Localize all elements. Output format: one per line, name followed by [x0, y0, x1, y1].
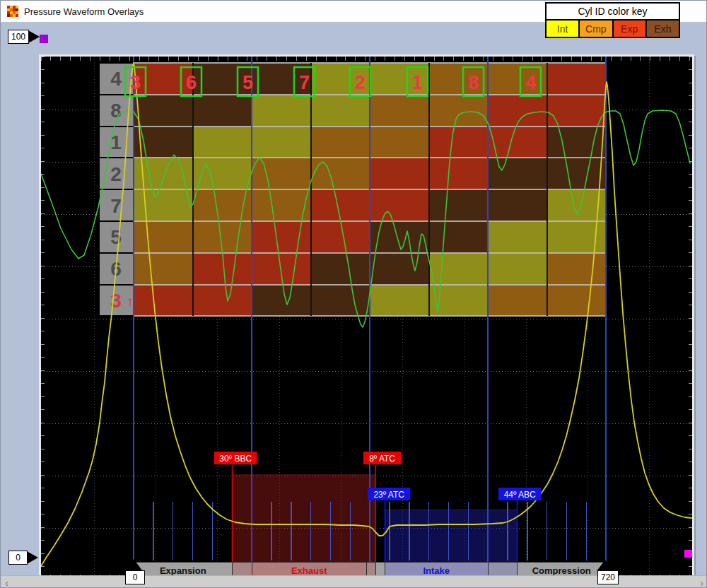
phase-cell-exp — [134, 285, 193, 317]
phase-cell-exh — [429, 221, 489, 253]
phase-cell-int — [488, 253, 547, 285]
trace-start-handle[interactable] — [40, 35, 48, 43]
y-axis-min-marker[interactable] — [27, 551, 38, 564]
phase-bar-label: Intake — [423, 565, 450, 576]
phase-cell-cmp — [252, 158, 311, 189]
phase-cell-cmp — [429, 95, 489, 127]
phase-cell-exh — [488, 189, 547, 221]
phase-cell-exh — [252, 285, 311, 317]
window-title: Pressure Waveform Overlays — [24, 6, 144, 17]
scroll-left-icon[interactable]: ‹ — [1, 576, 13, 588]
phase-cell-int — [370, 285, 429, 317]
phase-cell-exh — [311, 285, 370, 317]
workspace: 48127563↑ExpansionExhaustIntakeCompressi… — [1, 22, 707, 575]
phase-cell-exh — [547, 158, 607, 189]
phase-cell-int — [488, 221, 547, 253]
phase-cell-exh — [370, 253, 429, 285]
color-key-title: Cyl ID color key — [547, 4, 679, 19]
phase-cell-cmp — [370, 127, 429, 158]
phase-cell-exp — [429, 127, 489, 158]
firing-order-number: 1 — [412, 72, 423, 93]
trace-end-handle[interactable] — [684, 550, 692, 558]
phase-cell-exh — [429, 189, 489, 221]
x-axis-720-marker[interactable] — [597, 560, 614, 571]
valve-event-label: 44º ABC — [504, 490, 536, 500]
phase-cell-cmp — [134, 221, 193, 253]
phase-cell-exh — [547, 127, 607, 158]
valve-open-regions — [233, 474, 518, 562]
color-key-cells: IntCmpExpExh — [547, 19, 679, 37]
valve-event-label: 23º ATC — [373, 490, 404, 500]
phase-cell-cmp — [252, 189, 311, 221]
phase-cell-cmp — [547, 285, 607, 317]
phase-cell-exp — [547, 95, 607, 127]
cyl-id-color-key: Cyl ID color key IntCmpExpExh — [545, 2, 680, 38]
phase-bar-label: Compression — [532, 565, 591, 576]
phase-cell-exp — [311, 221, 370, 253]
phase-cell-exp — [547, 63, 607, 95]
phase-bar-label: Exhaust — [291, 565, 327, 576]
cyl-row-label: 4 — [110, 68, 122, 90]
scroll-right-icon[interactable]: › — [696, 576, 707, 588]
app-icon — [7, 6, 18, 17]
phase-cell-int — [134, 189, 193, 221]
phase-cell-cmp — [311, 158, 370, 189]
firing-order-number: 3 — [130, 72, 141, 93]
phase-cell-int — [193, 127, 252, 158]
phase-cell-exh — [134, 127, 193, 158]
valve-event-label: 8º ATC — [369, 454, 395, 464]
valve-event-label: 30º BBC — [219, 454, 252, 464]
phase-cell-exp — [252, 253, 311, 285]
phase-cell-cmp — [547, 253, 607, 285]
phase-cell-int — [252, 127, 311, 158]
phase-cell-cmp — [134, 253, 193, 285]
trigger-arrow-icon: ↑ — [127, 293, 134, 309]
cylinder-phase-heatmap: 48127563↑ — [100, 63, 606, 316]
phase-cell-int — [429, 253, 489, 285]
y-axis-max-label: 100 — [8, 30, 29, 44]
pressure-chart-canvas[interactable]: 48127563↑ExpansionExhaustIntakeCompressi… — [41, 57, 692, 579]
y-axis-max-marker[interactable] — [28, 30, 40, 43]
phase-cell-cmp — [311, 127, 370, 158]
phase-cell-exh — [488, 158, 547, 189]
phase-cell-exp — [429, 158, 489, 189]
key-item-exp: Exp — [614, 20, 647, 37]
pressure-waveform-overlays-window: Pressure Waveform Overlays 48127563↑Expa… — [0, 0, 707, 588]
phase-bar-label: Expansion — [160, 565, 206, 576]
firing-order-number: 4 — [525, 72, 536, 93]
phase-cell-exp — [488, 127, 547, 158]
phase-cell-exp — [252, 221, 311, 253]
y-axis-min-label: 0 — [8, 551, 28, 565]
phase-cell-exh — [311, 253, 370, 285]
cyl-row-label: 2 — [110, 163, 122, 185]
exhaust-valve-open-region — [233, 474, 376, 562]
phase-cell-exp — [370, 158, 429, 189]
x-axis-720-label: 720 — [597, 570, 619, 584]
phase-cell-exp — [488, 95, 547, 127]
key-item-exh: Exh — [647, 20, 679, 37]
phase-cell-int — [252, 95, 311, 127]
phase-cell-exh — [134, 95, 193, 127]
pressure-chart[interactable]: 48127563↑ExpansionExhaustIntakeCompressi… — [39, 54, 694, 581]
phase-cell-int — [311, 95, 370, 127]
phase-cell-cmp — [488, 285, 547, 317]
cyl-row-label: 7 — [110, 195, 122, 217]
intake-valve-open-region — [385, 509, 518, 562]
key-item-int: Int — [547, 20, 580, 37]
cyl-row-label: 8 — [110, 100, 122, 122]
firing-order-number: 6 — [186, 72, 197, 93]
phase-cell-exp — [193, 285, 252, 317]
firing-order-number: 2 — [355, 72, 366, 93]
phase-cell-exp — [193, 253, 252, 285]
key-item-cmp: Cmp — [580, 20, 613, 37]
phase-cell-cmp — [370, 95, 429, 127]
firing-order-number: 5 — [243, 72, 253, 93]
firing-order-number: 8 — [468, 72, 479, 93]
x-axis-zero-marker[interactable] — [125, 559, 142, 570]
x-axis-zero-label: 0 — [125, 570, 145, 584]
phase-cell-exh — [193, 95, 252, 127]
firing-order-number: 7 — [299, 72, 310, 93]
phase-cell-exp — [370, 189, 429, 221]
